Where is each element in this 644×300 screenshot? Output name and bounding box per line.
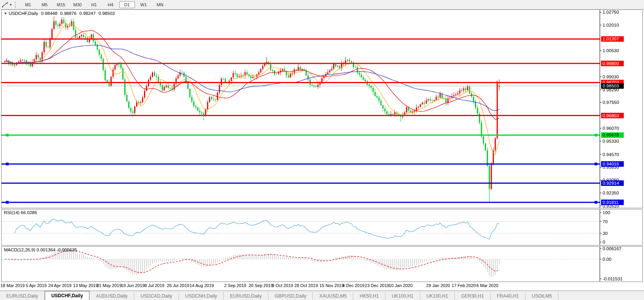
candle-body [46,42,47,47]
candle-body [211,97,212,99]
chart-tab-xauusd-m5[interactable]: XAUUSD,M5 [313,292,353,300]
line-tools-group[interactable]: ▾ [0,0,13,9]
timeframe-button-w1[interactable]: W1 [136,1,151,8]
candle-body [434,100,435,101]
date-label: 20 Sep 2019 [248,283,273,288]
chart-tab-eurusd-daily[interactable]: EURUSD,Daily [0,292,45,300]
price-chart-canvas[interactable]: 1.027501.020101.005300.990300.982900.975… [2,10,642,208]
hline-handle[interactable] [595,134,597,136]
candle-body [432,100,433,101]
timeframe-button-h4[interactable]: H4 [103,1,119,8]
candle-body [65,23,66,27]
ohlc-open: 0.98448 [41,11,58,16]
level-price-text: 0.99800 [603,61,619,66]
candle-body [412,111,413,112]
candle-body [199,111,200,113]
candle-body [327,72,328,74]
timeframe-button-m15[interactable]: M15 [53,1,69,8]
timeframe-button-d1[interactable]: D1 [119,1,135,8]
chart-tab-hk50-h1[interactable]: HK50,H1 [353,292,385,300]
chart-tab-fra40-h1[interactable]: FRA40,H1 [491,292,525,300]
chart-tab-usdchf-daily[interactable]: USDCHF,Daily [45,291,90,300]
timeframe-button-m5[interactable]: M5 [37,1,53,8]
chart-tab-uk100-h1[interactable]: UK100,H1 [385,292,420,300]
chart-tab-audusd-daily[interactable]: AUDUSD,Daily [89,292,134,300]
candle-body [40,58,41,61]
price-chart-panel[interactable]: ▼USDCHF,Daily 0.98448 0.98876 0.98247 0.… [1,9,643,208]
rsi-canvas[interactable]: 10070300 [2,209,642,245]
timeframe-button-m1[interactable]: M1 [20,1,36,8]
chart-dropdown-icon[interactable]: ▼ [4,12,7,15]
candle-body [160,83,161,85]
level-price-text: 0.95678 [603,133,619,137]
candle-body [284,69,285,71]
timeframe-button-h1[interactable]: H1 [86,1,102,8]
time-axis[interactable]: 18 Mar 20195 Apr 201924 Apr 201913 May 2… [1,282,643,291]
candle-body [363,77,364,80]
candle-body [111,77,112,86]
hline-handle[interactable] [6,134,9,136]
candle-body [361,75,362,77]
candle-body [420,104,421,107]
chart-symbol: USDCHF,Daily [9,11,38,16]
candle-body [105,70,106,80]
candle-body [26,60,27,63]
candle-body [47,47,49,47]
candle-body [231,78,232,81]
hline-handle[interactable] [6,201,9,204]
timeframe-button-mn[interactable]: MN [152,1,168,8]
candle-body [308,75,309,80]
candle-body [138,102,139,103]
candle-body [408,107,409,111]
hline-handle[interactable] [6,163,9,165]
candle-body [239,76,240,77]
candle-body [162,85,163,91]
candle-body [292,73,293,74]
candle-body [418,107,419,107]
candle-body [369,85,370,86]
candle-body [209,97,210,102]
macd-canvas[interactable]: 0.0061670.00-0.011531 [2,247,642,282]
candle-body [422,103,423,104]
price-tick-label: 0.94570 [603,152,619,157]
candle-body [142,97,143,102]
hline-handle[interactable] [595,163,597,165]
candle-body [286,71,287,75]
timeframe-button-m30[interactable]: M30 [70,1,86,8]
ohlc-high: 0.98876 [60,11,77,16]
candle-body [235,73,236,74]
hline-handle[interactable] [595,201,597,204]
rsi-panel[interactable]: RSI(14) 66.0286 10070300 [1,209,643,245]
chart-tab-eurusd-daily[interactable]: EURUSD,Daily [224,292,268,300]
chart-tab-uk100-h1[interactable]: UK100,H1 [420,292,455,300]
candle-body [312,85,313,85]
candle-body [294,69,295,73]
macd-label: MACD(12,26,9) 0.001364 -0.005635 [4,247,77,252]
candle-body [51,29,53,39]
ma-21-line [5,30,499,119]
candle-body [99,50,100,55]
candle-body [481,122,482,136]
trendline-tool-icon[interactable] [2,2,9,8]
level-price-text: 0.91811 [603,200,619,205]
candle-body [489,166,490,189]
date-label: 2 Sep 2019 [224,283,246,288]
chart-tab-usdcnh-daily[interactable]: USDCNH,Daily [179,292,224,300]
candle-body [278,73,279,74]
chart-tab-ger30-h1[interactable]: GER30,H1 [455,292,491,300]
date-label: 15 Nov 2019 [319,283,344,288]
candle-body [24,60,25,60]
candle-body [134,106,135,113]
candle-body [44,42,45,52]
candle-body [113,69,114,76]
candle-body [207,102,208,109]
candle-body [471,93,472,96]
toolbar-grip[interactable] [15,2,18,8]
macd-panel[interactable]: MACD(12,26,9) 0.001364 -0.005635 0.00616… [1,246,643,282]
caret-down-icon[interactable]: ▾ [10,3,12,7]
chart-tab-usdcad-daily[interactable]: USDCAD,Daily [134,292,179,300]
date-label: 6 Mar 2020 [476,283,498,288]
chart-tab-usoil-m5[interactable]: USOil,M5 [525,292,558,300]
candle-body [280,71,281,73]
chart-tab-gbpusd-daily[interactable]: GBPUSD,Daily [268,292,313,300]
